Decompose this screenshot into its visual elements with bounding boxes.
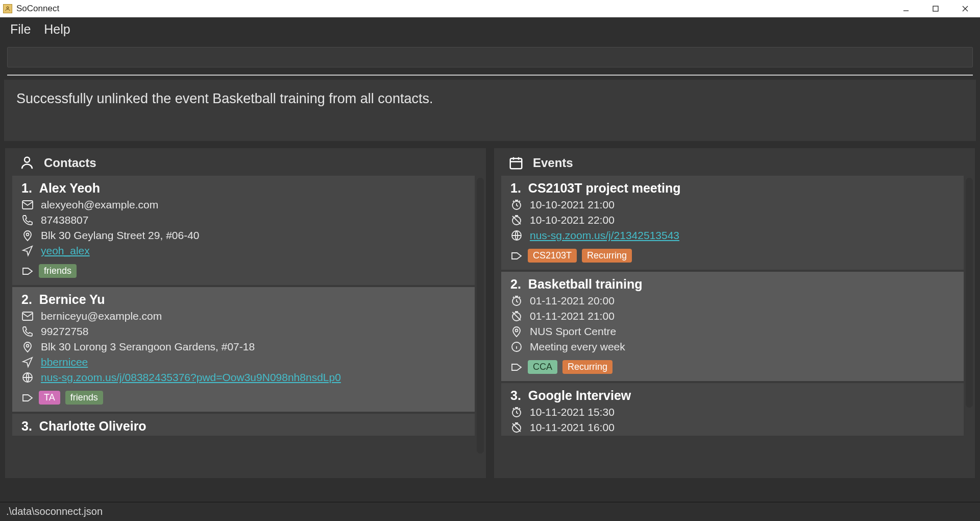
event-index: 2. (510, 277, 521, 292)
event-name: Google Interview (528, 388, 631, 403)
window-close-button[interactable] (950, 0, 980, 17)
contact-telegram[interactable]: yeoh_alex (41, 245, 90, 257)
event-end: 01-11-2021 21:00 (530, 310, 615, 322)
events-panel: Events 1. CS2103T project meeting 10-10-… (494, 148, 975, 478)
mail-icon (21, 199, 34, 211)
menu-help[interactable]: Help (44, 22, 70, 37)
clock-start-icon (510, 199, 523, 211)
contact-address: Blk 30 Geylang Street 29, #06-40 (41, 229, 200, 242)
contact-address: Blk 30 Lorong 3 Serangoon Gardens, #07-1… (41, 341, 255, 353)
command-input[interactable] (7, 47, 973, 67)
contact-phone: 87438807 (41, 214, 88, 226)
clock-end-icon (510, 310, 523, 322)
mail-icon (21, 310, 34, 322)
globe-icon (21, 371, 34, 384)
person-icon (19, 155, 35, 171)
contact-index: 2. (21, 292, 32, 307)
clock-start-icon (510, 406, 523, 418)
contact-card[interactable]: 3. Charlotte Oliveiro (12, 414, 475, 436)
tag-icon (510, 361, 523, 373)
event-location: NUS Sport Centre (530, 325, 616, 338)
tag-icon (21, 265, 34, 277)
event-link[interactable]: nus-sg.zoom.us/j/21342513543 (530, 229, 679, 242)
app-icon (3, 4, 12, 13)
scrollbar[interactable] (966, 178, 973, 408)
contact-name: Bernice Yu (39, 292, 105, 307)
tag: CCA (528, 360, 557, 374)
tag: TA (39, 391, 60, 405)
telegram-icon (21, 356, 34, 368)
phone-icon (21, 214, 34, 226)
pin-icon (510, 325, 523, 338)
contacts-panel: Contacts 1. Alex Yeoh alexyeoh@example.c… (5, 148, 486, 478)
menu-bar: File Help (0, 17, 980, 42)
contacts-header: Contacts (44, 156, 96, 170)
footer-path: .\data\soconnect.json (0, 502, 980, 521)
tag: friends (65, 391, 103, 405)
svg-point-8 (7, 7, 9, 9)
pin-icon (21, 229, 34, 242)
window-title: SoConnect (16, 4, 59, 14)
contact-phone: 99272758 (41, 325, 88, 338)
info-icon (510, 341, 523, 353)
contact-telegram[interactable]: bbernicee (41, 356, 88, 368)
event-card[interactable]: 3. Google Interview 10-11-2021 15:30 10-… (501, 383, 964, 436)
contact-name: Charlotte Oliveiro (39, 419, 146, 434)
window-maximize-button[interactable] (921, 0, 950, 17)
scrollbar[interactable] (477, 178, 484, 454)
contact-name: Alex Yeoh (39, 181, 100, 196)
tag: friends (39, 264, 77, 278)
event-end: 10-10-2021 22:00 (530, 214, 615, 226)
pin-icon (21, 341, 34, 353)
event-end: 10-11-2021 16:00 (530, 421, 615, 434)
contact-zoom[interactable]: nus-sg.zoom.us/j/08382435376?pwd=Oow3u9N… (41, 371, 341, 384)
event-card[interactable]: 2. Basketball training 01-11-2021 20:00 … (501, 272, 964, 381)
contact-index: 3. (21, 419, 32, 434)
event-start: 01-11-2021 20:00 (530, 295, 615, 307)
tag-icon (21, 392, 34, 404)
clock-end-icon (510, 214, 523, 226)
tag: Recurring (582, 249, 632, 263)
menu-file[interactable]: File (10, 22, 31, 37)
event-start: 10-10-2021 21:00 (530, 199, 615, 211)
event-name: CS2103T project meeting (528, 181, 681, 196)
status-message: Successfully unlinked the event Basketba… (4, 80, 976, 141)
event-start: 10-11-2021 15:30 (530, 406, 615, 418)
clock-start-icon (510, 295, 523, 307)
contact-email: alexyeoh@example.com (41, 199, 158, 211)
contact-email: berniceyu@example.com (41, 310, 162, 322)
phone-icon (21, 325, 34, 338)
contact-card[interactable]: 2. Bernice Yu berniceyu@example.com 9927… (12, 287, 475, 412)
divider (7, 75, 973, 76)
globe-icon (510, 229, 523, 242)
event-index: 1. (510, 181, 521, 196)
event-index: 3. (510, 388, 521, 403)
event-name: Basketball training (528, 277, 643, 292)
contact-card[interactable]: 1. Alex Yeoh alexyeoh@example.com 874388… (12, 176, 475, 285)
svg-rect-9 (933, 6, 938, 11)
tag: Recurring (562, 360, 612, 374)
tag: CS2103T (528, 249, 577, 263)
clock-end-icon (510, 421, 523, 434)
events-header: Events (533, 156, 573, 170)
calendar-icon (508, 155, 524, 171)
event-note: Meeting every week (530, 341, 625, 353)
telegram-icon (21, 245, 34, 257)
event-card[interactable]: 1. CS2103T project meeting 10-10-2021 21… (501, 176, 964, 270)
contact-index: 1. (21, 181, 32, 196)
window-titlebar: SoConnect (0, 0, 980, 17)
window-minimize-button[interactable] (891, 0, 921, 17)
tag-icon (510, 250, 523, 262)
